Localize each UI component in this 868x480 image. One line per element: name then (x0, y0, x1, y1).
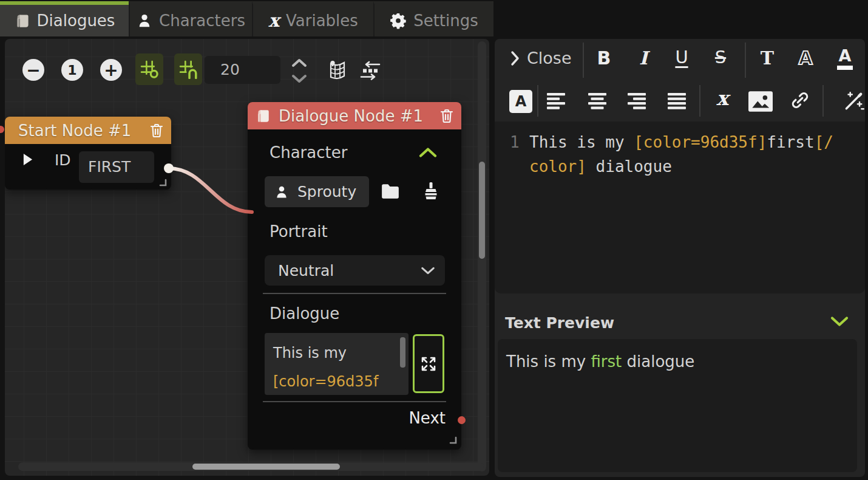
toolbar-separator (699, 85, 700, 117)
insert-image-icon[interactable] (748, 91, 773, 112)
bbcode-text[interactable]: This is my [color=96d35f]first[/color] d… (529, 130, 835, 179)
dialogue-node[interactable]: Dialogue Node #1 Character Sprouty Portr… (248, 102, 461, 450)
clear-brush-icon[interactable] (422, 181, 439, 201)
close-label: Close (527, 49, 572, 67)
grid-icon (140, 60, 159, 79)
grid-size-input[interactable]: 20 (205, 56, 280, 84)
underline-button[interactable]: U (668, 48, 695, 67)
canvas-vscrollbar-thumb[interactable] (479, 162, 485, 259)
strikethrough-button[interactable]: S (707, 48, 734, 67)
arrange-nodes-icon[interactable] (359, 61, 381, 80)
expand-icon (420, 355, 437, 372)
align-center-icon[interactable] (587, 92, 608, 110)
text-preview-heading: Text Preview (505, 314, 614, 332)
italic-button[interactable]: I (630, 48, 657, 68)
textarea-scrollbar-thumb[interactable] (400, 337, 405, 368)
tab-label: Settings (413, 12, 478, 30)
collapse-chevron-up-icon[interactable] (419, 147, 437, 158)
main-tab-bar: Dialogues Characters x Variables Setting… (0, 0, 498, 36)
canvas-hscrollbar[interactable] (18, 462, 484, 471)
canvas-vscrollbar[interactable] (478, 41, 486, 471)
tab-label: Variables (286, 12, 358, 30)
scroll-icon (14, 13, 30, 29)
gear-icon (390, 12, 407, 29)
code-segment-bbcode: [color=96d35f] (634, 133, 767, 151)
delete-node-icon[interactable] (439, 108, 454, 124)
tab-settings[interactable]: Settings (373, 1, 493, 36)
preview-segment-colored: first (591, 352, 622, 371)
divider (263, 401, 446, 402)
text-editor-panel: Close B I U S T A A A x 1 This is my [co… (495, 39, 865, 477)
dialogue-text-line: [color=96d35f (273, 368, 400, 395)
tab-label: Dialogues (37, 12, 115, 30)
line-number: 1 (510, 130, 520, 154)
next-slot-label: Next (409, 409, 446, 427)
start-id-input[interactable]: FIRST (79, 151, 154, 183)
snap-grid-toggle[interactable] (174, 53, 202, 85)
spinner-up-icon[interactable] (291, 58, 307, 67)
align-left-icon[interactable] (546, 92, 566, 110)
zoom-out-button[interactable]: − (22, 59, 44, 81)
play-icon (22, 153, 33, 166)
show-grid-toggle[interactable] (135, 53, 163, 85)
text-size-button[interactable]: T (754, 48, 781, 68)
toolbar-separator (537, 85, 538, 117)
toolbar-separator (583, 43, 584, 78)
insert-variable-button[interactable]: x (709, 87, 736, 109)
toolbar-separator (822, 85, 824, 117)
tab-dialogues[interactable]: Dialogues (0, 1, 129, 36)
resize-handle-icon[interactable] (158, 178, 167, 187)
chevron-down-icon (421, 266, 435, 275)
code-segment: first (767, 133, 814, 151)
dialogue-node-header[interactable]: Dialogue Node #1 (248, 102, 461, 129)
divider (263, 293, 446, 294)
start-node-header[interactable]: Start Node #1 (5, 117, 171, 144)
person-icon (274, 185, 289, 199)
dialogue-section-label: Dialogue (270, 304, 339, 323)
chevron-right-icon (510, 50, 520, 66)
magic-wand-icon[interactable] (843, 90, 864, 112)
character-name: Sprouty (297, 183, 356, 201)
graph-canvas[interactable]: Start Node #1 ID FIRST Dialogue Node #1 … (5, 39, 489, 476)
spinner-down-icon[interactable] (291, 74, 307, 83)
expand-editor-button[interactable] (413, 334, 444, 393)
tab-variables[interactable]: x Variables (252, 1, 373, 36)
canvas-hscrollbar-thumb[interactable] (192, 464, 340, 470)
code-segment: This is my (529, 133, 634, 151)
bold-button[interactable]: B (591, 48, 617, 68)
folder-icon[interactable] (381, 183, 400, 200)
text-preview-content: This is my first dialogue (506, 352, 694, 371)
insert-link-icon[interactable] (790, 90, 810, 111)
person-icon (137, 13, 152, 29)
start-input-port[interactable] (0, 126, 4, 133)
preview-segment: dialogue (622, 352, 694, 371)
text-preview-box: This is my first dialogue (498, 339, 857, 472)
resize-handle-icon[interactable] (449, 436, 457, 444)
highlight-color-button[interactable]: A (509, 90, 532, 113)
preview-segment: This is my (506, 352, 591, 371)
minimap-icon[interactable] (327, 59, 348, 81)
portrait-value: Neutral (278, 262, 421, 279)
dialogue-node-title: Dialogue Node #1 (279, 107, 432, 125)
grid-magnet-icon (179, 60, 198, 79)
start-node[interactable]: Start Node #1 ID FIRST (5, 117, 171, 190)
font-button[interactable]: A (792, 48, 819, 68)
tab-label: Characters (159, 12, 245, 30)
delete-node-icon[interactable] (149, 123, 164, 139)
variable-x-icon: x (268, 12, 279, 30)
code-segment: dialogue (586, 157, 672, 176)
zoom-reset-button[interactable]: 1 (61, 59, 83, 81)
portrait-dropdown[interactable]: Neutral (265, 255, 445, 286)
dialogue-textarea[interactable]: This is my [color=96d35f (265, 333, 409, 395)
character-select-button[interactable]: Sprouty (265, 176, 369, 207)
preview-chevron-down-icon[interactable] (830, 316, 849, 327)
character-section-label: Character (270, 143, 347, 162)
align-right-icon[interactable] (626, 92, 647, 110)
tab-characters[interactable]: Characters (129, 1, 252, 36)
font-color-button[interactable]: A (832, 47, 858, 70)
next-output-port[interactable] (458, 416, 466, 424)
close-editor-button[interactable]: Close (510, 49, 572, 67)
zoom-in-button[interactable]: + (100, 59, 122, 81)
bbcode-editor[interactable]: 1 This is my [color=96d35f]first[/color]… (495, 122, 865, 293)
align-justify-icon[interactable] (666, 92, 687, 110)
